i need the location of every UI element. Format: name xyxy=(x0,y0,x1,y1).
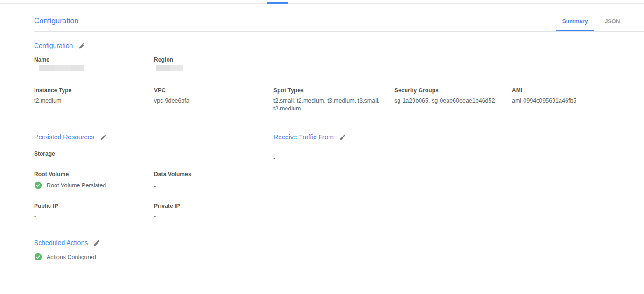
field-security-groups-label: Security Groups xyxy=(394,87,504,94)
configuration-section-heading: Configuration xyxy=(34,42,73,49)
field-vpc: VPC vpc-9dee6bfa xyxy=(154,87,273,113)
field-root-volume: Root Volume Root Volume Persisted xyxy=(34,171,154,191)
field-security-groups-value: sg-1a29b065, sg-0eae60eeae1b46d52 xyxy=(394,97,504,105)
field-root-volume-label: Root Volume xyxy=(34,171,146,178)
field-ami: AMI ami-0994c095691a46fb5 xyxy=(512,87,635,113)
section-persisted-and-traffic: Persisted Resources Receive Traffic From… xyxy=(34,133,635,220)
edit-receive-traffic-icon[interactable] xyxy=(339,134,346,141)
field-private-ip-value: - xyxy=(154,212,265,220)
view-tabs: Summary JSON xyxy=(556,18,631,31)
field-region-label: Region xyxy=(154,56,265,63)
field-name-label: Name xyxy=(34,56,146,63)
storage-subheading: Storage xyxy=(34,150,55,157)
field-ami-value: ami-0994c095691a46fb5 xyxy=(512,97,626,105)
receive-traffic-value: - xyxy=(273,155,394,163)
check-circle-icon xyxy=(34,253,42,261)
field-public-ip: Public IP - xyxy=(34,203,154,220)
persisted-resources-heading: Persisted Resources xyxy=(34,133,94,141)
field-data-volumes-value: - xyxy=(154,183,265,191)
section-configuration: Configuration Name Region Instance Type … xyxy=(34,42,635,113)
scheduled-actions-heading: Scheduled Actions xyxy=(34,239,88,246)
field-data-volumes-label: Data Volumes xyxy=(154,171,265,178)
field-private-ip-label: Private IP xyxy=(154,203,265,209)
scheduled-actions-status: Actions Configured xyxy=(47,254,96,260)
config-fields-row2: Instance Type t2.medium VPC vpc-9dee6bfa… xyxy=(34,87,635,113)
tab-summary[interactable]: Summary xyxy=(556,18,594,31)
field-region: Region xyxy=(154,56,273,71)
persisted-resources-heading-row: Persisted Resources xyxy=(34,133,273,141)
edit-scheduled-actions-icon[interactable] xyxy=(93,239,100,246)
root-volume-status: Root Volume Persisted xyxy=(47,182,106,189)
field-name: Name xyxy=(34,56,154,71)
field-vpc-label: VPC xyxy=(154,87,265,94)
storage-subheading-wrap: Storage xyxy=(34,149,273,163)
edit-persisted-resources-icon[interactable] xyxy=(100,134,107,141)
redacted-name-value xyxy=(39,65,84,71)
field-ami-label: AMI xyxy=(512,87,626,94)
main-content: Configuration Name Region Instance Type … xyxy=(34,42,644,261)
section-scheduled-actions: Scheduled Actions Actions Configured xyxy=(34,239,635,261)
field-public-ip-value: - xyxy=(34,212,146,220)
field-data-volumes: Data Volumes - xyxy=(154,171,273,191)
redacted-region-value xyxy=(156,65,183,71)
field-instance-type-value: t2.medium xyxy=(34,97,146,105)
field-instance-type: Instance Type t2.medium xyxy=(34,87,154,113)
field-spot-types: Spot Types t2.small, t2.medium, t3.mediu… xyxy=(273,87,394,113)
field-security-groups: Security Groups sg-1a29b065, sg-0eae60ee… xyxy=(394,87,512,113)
field-private-ip: Private IP - xyxy=(154,203,273,220)
field-public-ip-label: Public IP xyxy=(34,203,146,209)
field-instance-type-label: Instance Type xyxy=(34,87,146,94)
receive-traffic-heading: Receive Traffic From xyxy=(273,133,334,141)
top-tab-strip xyxy=(0,0,644,4)
receive-traffic-heading-row: Receive Traffic From xyxy=(273,133,394,141)
page-header: Configuration Summary JSON xyxy=(34,4,644,32)
page-title: Configuration xyxy=(34,17,78,31)
field-spot-types-label: Spot Types xyxy=(273,87,386,94)
edit-configuration-icon[interactable] xyxy=(78,42,85,49)
check-circle-icon xyxy=(34,181,42,189)
field-vpc-value: vpc-9dee6bfa xyxy=(154,97,265,105)
field-spot-types-value: t2.small, t2.medium, t3.medium, t3.small… xyxy=(273,97,385,113)
config-fields-row1: Name Region xyxy=(34,56,635,71)
tab-json[interactable]: JSON xyxy=(594,18,631,31)
